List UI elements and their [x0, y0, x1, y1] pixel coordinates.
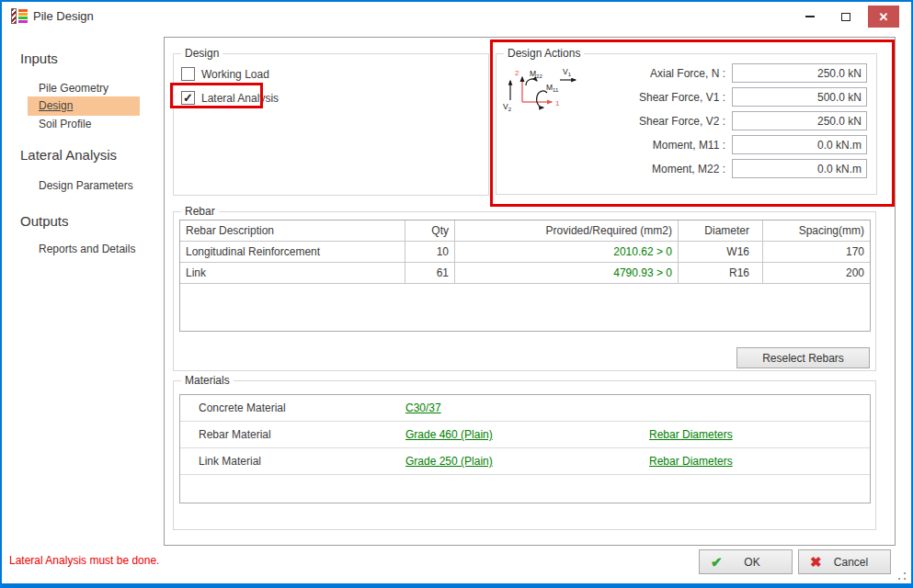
sidebar-item-reports-and-details[interactable]: Reports and Details [39, 243, 135, 255]
axial-force-input[interactable]: 250.0 kN [732, 63, 867, 83]
header-spacing: Spacing(mm) [763, 220, 870, 241]
cell-provided: 4790.93 > 0 [455, 263, 679, 283]
link-material-label: Link Material [199, 455, 405, 468]
sidebar-item-design[interactable]: Design [28, 96, 140, 116]
design-actions-groupbox: Design Actions 2 1 V2 M22 V1 M11 [496, 53, 877, 195]
window-bottom-border [2, 583, 911, 586]
cancel-x-icon: ✖ [810, 554, 822, 571]
sidebar-section-outputs: Outputs [20, 213, 69, 229]
cell-diameter: W16 [679, 242, 763, 262]
moment-m22-label: Moment, M22 : [652, 163, 725, 175]
header-diameter: Diameter [679, 220, 763, 241]
link-material-row: Link Material Grade 250 (Plain) Rebar Di… [180, 448, 870, 475]
svg-text:V1: V1 [563, 67, 572, 77]
shear-force-v1-row: Shear Force, V1 : 500.0 kN [639, 87, 867, 107]
moment-m22-input[interactable]: 0.0 kN.m [732, 159, 867, 178]
svg-text:2: 2 [515, 69, 519, 77]
rebar-groupbox-title: Rebar [181, 205, 219, 218]
moment-m11-row: Moment, M11 : 0.0 kN.m [653, 135, 867, 154]
materials-groupbox-title: Materials [181, 374, 234, 387]
link-diameters-link[interactable]: Rebar Diameters [649, 455, 733, 468]
shear-force-v2-label: Shear Force, V2 : [639, 115, 725, 128]
design-actions-groupbox-title: Design Actions [504, 47, 584, 60]
axes-diagram-icon: 2 1 V2 M22 V1 M11 [502, 65, 589, 115]
working-load-checkbox[interactable]: Working Load [181, 67, 269, 81]
cell-qty: 61 [405, 263, 455, 283]
cell-diameter: R16 [679, 263, 763, 283]
cell-provided: 2010.62 > 0 [455, 242, 679, 262]
maximize-button[interactable] [832, 6, 860, 28]
checkbox-unchecked-icon [181, 67, 195, 81]
lateral-analysis-checkbox[interactable]: Lateral Analysis [181, 91, 279, 105]
concrete-material-link[interactable]: C30/37 [405, 401, 441, 414]
minimize-icon [805, 16, 815, 17]
shear-force-v2-input[interactable]: 250.0 kN [732, 111, 867, 130]
ok-check-icon: ✔ [711, 554, 723, 571]
rebar-material-row: Rebar Material Grade 460 (Plain) Rebar D… [180, 422, 870, 448]
close-icon: ✕ [879, 10, 889, 24]
reselect-rebars-button[interactable]: Reselect Rebars [736, 347, 870, 368]
shear-force-v1-input[interactable]: 500.0 kN [732, 87, 867, 107]
rebar-diameters-link[interactable]: Rebar Diameters [649, 428, 733, 441]
svg-text:1: 1 [555, 99, 560, 107]
cell-description: Longitudinal Reinforcement [180, 242, 405, 262]
sidebar-item-soil-profile[interactable]: Soil Profile [39, 118, 91, 130]
axial-force-label: Axial Force, N : [650, 67, 725, 80]
moment-m22-row: Moment, M22 : 0.0 kN.m [652, 159, 867, 178]
sidebar-item-pile-geometry[interactable]: Pile Geometry [39, 82, 108, 95]
soil-layers-glyph [18, 9, 28, 24]
shear-force-v1-label: Shear Force, V1 : [639, 91, 725, 104]
titlebar[interactable]: Pile Design ✕ [2, 2, 911, 31]
ok-button[interactable]: ✔ OK [699, 549, 793, 574]
moment-m11-label: Moment, M11 : [653, 139, 725, 152]
header-rebar-description: Rebar Description [180, 220, 405, 241]
shear-force-v2-row: Shear Force, V2 : 250.0 kN [639, 111, 867, 130]
table-row[interactable]: Longitudinal Reinforcement 10 2010.62 > … [180, 242, 870, 263]
concrete-material-label: Concrete Material [199, 401, 405, 414]
working-load-label: Working Load [201, 68, 269, 81]
svg-text:V2: V2 [503, 102, 512, 112]
concrete-material-row: Concrete Material C30/37 [180, 395, 870, 422]
rebar-groupbox: Rebar Rebar Description Qty Provided/Req… [173, 211, 876, 371]
rebar-material-link[interactable]: Grade 460 (Plain) [405, 428, 493, 441]
checkbox-checked-icon [181, 91, 195, 105]
svg-text:M11: M11 [546, 83, 559, 93]
pile-glyph [11, 8, 17, 24]
materials-groupbox: Materials Concrete Material C30/37 Rebar… [173, 380, 876, 530]
materials-table: Concrete Material C30/37 Rebar Material … [179, 394, 871, 503]
status-message: Lateral Analysis must be done. [9, 554, 159, 567]
window-title: Pile Design [33, 9, 94, 23]
header-qty: Qty [405, 220, 455, 241]
link-material-link[interactable]: Grade 250 (Plain) [405, 455, 493, 468]
sidebar-item-design-parameters[interactable]: Design Parameters [39, 179, 133, 192]
cell-description: Link [180, 263, 405, 283]
resize-grip[interactable] [897, 571, 907, 581]
cell-spacing: 170 [763, 242, 870, 262]
table-row[interactable]: Link 61 4790.93 > 0 R16 200 [180, 263, 870, 284]
sidebar-section-lateral-analysis: Lateral Analysis [20, 147, 117, 163]
cell-qty: 10 [405, 242, 455, 262]
design-groupbox-title: Design [181, 47, 223, 60]
design-groupbox: Design Working Load Lateral Analysis [173, 53, 489, 196]
rebar-table: Rebar Description Qty Provided/Required … [179, 220, 871, 332]
axial-force-row: Axial Force, N : 250.0 kN [650, 63, 867, 83]
cell-spacing: 200 [763, 263, 870, 283]
reselect-rebars-label: Reselect Rebars [762, 352, 844, 365]
moment-m11-input[interactable]: 0.0 kN.m [732, 135, 867, 154]
minimize-button[interactable] [796, 6, 824, 28]
lateral-analysis-label: Lateral Analysis [201, 92, 279, 105]
cancel-button[interactable]: ✖ Cancel [798, 549, 891, 574]
rebar-table-header: Rebar Description Qty Provided/Required … [180, 220, 870, 242]
header-provided-required: Provided/Required (mm2) [455, 220, 679, 241]
svg-text:M22: M22 [530, 69, 542, 79]
pile-design-window: Pile Design ✕ Inputs Pile Geometry Desig… [0, 0, 913, 588]
app-icon [11, 8, 29, 25]
maximize-icon [841, 13, 850, 21]
close-button[interactable]: ✕ [868, 6, 899, 28]
sidebar-section-inputs: Inputs [20, 51, 58, 66]
rebar-material-label: Rebar Material [199, 428, 405, 441]
